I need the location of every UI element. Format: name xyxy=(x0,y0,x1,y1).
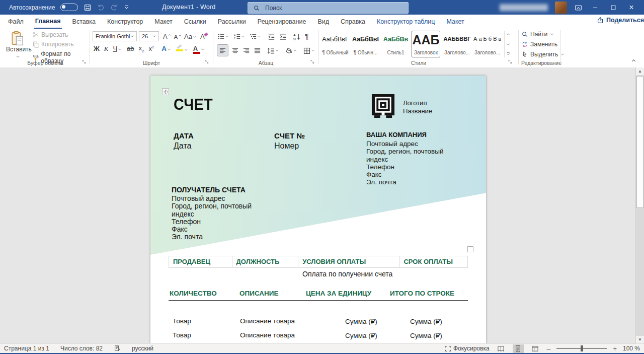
line-spacing-button[interactable] xyxy=(267,46,279,55)
search-box[interactable] xyxy=(248,2,409,14)
user-name-redacted xyxy=(500,4,548,11)
scrollbar-thumb[interactable] xyxy=(636,76,643,208)
change-case-button[interactable]: Аа xyxy=(184,33,197,40)
font-dialog-launcher[interactable] xyxy=(204,57,210,66)
shading-button[interactable] xyxy=(285,46,297,55)
tab-view[interactable]: Вид xyxy=(316,15,330,28)
style-card-style1[interactable]: АаБбВв Стиль1 xyxy=(381,31,410,57)
ribbon-tabs: Файл Главная Вставка Конструктор Макет С… xyxy=(0,15,644,29)
tab-help[interactable]: Справка xyxy=(340,15,366,28)
quick-access-chevron-icon[interactable] xyxy=(123,4,130,11)
styles-scroll-down-icon[interactable] xyxy=(506,42,511,47)
sort-button[interactable] xyxy=(293,32,301,41)
paste-button[interactable]: Вставить xyxy=(6,31,29,60)
underline-chevron-icon xyxy=(117,47,122,52)
numbering-button[interactable] xyxy=(233,32,246,41)
user-avatar[interactable] xyxy=(555,2,567,14)
close-button[interactable]: × xyxy=(626,0,637,15)
style-card-normal-2[interactable]: АаБбВвI ¶ Обычн... xyxy=(351,31,380,57)
scroll-down-arrow[interactable]: ▼ xyxy=(636,336,644,343)
bullets-button[interactable] xyxy=(217,32,229,41)
word-count[interactable]: Число слов: 82 xyxy=(60,345,103,352)
search-input[interactable] xyxy=(264,4,382,12)
tab-insert[interactable]: Вставка xyxy=(71,15,97,28)
language-indicator[interactable]: русский xyxy=(132,345,153,352)
styles-dialog-launcher[interactable] xyxy=(507,57,513,66)
maximize-button[interactable] xyxy=(608,0,619,15)
minimize-button[interactable]: – xyxy=(590,0,601,15)
style-card-heading-selected[interactable]: ААБ Заголовок xyxy=(412,31,440,57)
tab-review[interactable]: Рецензирование xyxy=(257,15,307,28)
find-button[interactable]: Найти xyxy=(521,31,565,38)
justify-button[interactable] xyxy=(254,46,261,55)
tab-design[interactable]: Конструктор xyxy=(106,15,144,28)
tab-table-design[interactable]: Конструктор таблиц xyxy=(376,15,436,28)
replace-button[interactable]: Заменить xyxy=(521,41,565,48)
read-mode-button[interactable] xyxy=(496,344,507,353)
collapse-ribbon-button[interactable] xyxy=(630,56,637,65)
highlight-button[interactable] xyxy=(176,44,189,53)
web-layout-button[interactable] xyxy=(530,344,541,353)
company-logo-icon[interactable] xyxy=(371,94,395,118)
align-center-button[interactable] xyxy=(231,46,239,55)
cut-button[interactable]: Вырезать xyxy=(32,31,89,38)
paragraph-dialog-launcher[interactable] xyxy=(309,57,315,66)
align-right-button[interactable] xyxy=(243,46,250,55)
tab-layout[interactable]: Макет xyxy=(153,15,173,28)
increase-indent-button[interactable] xyxy=(279,32,287,41)
font-name-combo[interactable]: Franklin Gothic I xyxy=(93,31,137,41)
ribbon-display-options-icon[interactable] xyxy=(574,3,583,12)
italic-button[interactable]: К xyxy=(104,45,109,53)
tab-file[interactable]: Файл xyxy=(7,15,25,28)
styles-scroll-up-icon[interactable] xyxy=(506,32,511,37)
focus-mode-button[interactable]: Фокусировка xyxy=(445,345,490,352)
vertical-scrollbar[interactable]: ▲ ▼ xyxy=(635,67,644,343)
select-button[interactable]: Выделить xyxy=(521,51,565,58)
decrease-indent-button[interactable] xyxy=(268,32,275,41)
grow-font-button[interactable]: А xyxy=(163,33,172,40)
zoom-level[interactable]: 100 % xyxy=(623,345,640,352)
tab-home[interactable]: Главная xyxy=(34,15,62,29)
multilevel-list-button[interactable] xyxy=(250,32,262,41)
copy-button[interactable]: Копировать xyxy=(32,41,89,48)
text-effects-button[interactable]: А xyxy=(162,45,171,52)
font-size-combo[interactable]: 26 xyxy=(139,31,159,41)
style-card-heading2[interactable]: ААББВВГ Заголово... xyxy=(443,31,471,57)
tab-references[interactable]: Ссылки xyxy=(183,15,207,28)
zoom-slider-thumb[interactable] xyxy=(581,345,583,351)
document-page[interactable]: СЧЕТ Логотип Название ДАТА Дата СЧЕТ № Н… xyxy=(150,76,486,343)
align-left-button[interactable] xyxy=(217,45,228,56)
tab-table-layout[interactable]: Макет xyxy=(445,15,465,28)
autosave-toggle[interactable] xyxy=(60,4,78,11)
styles-gallery-more-icon[interactable] xyxy=(506,51,511,56)
font-color-button[interactable]: А xyxy=(193,45,205,52)
share-button[interactable]: Поделиться xyxy=(597,17,644,24)
zoom-in-button[interactable]: + xyxy=(613,345,617,352)
shrink-font-button[interactable]: А xyxy=(174,33,182,40)
print-layout-button[interactable] xyxy=(513,344,524,353)
strikethrough-button[interactable]: ab xyxy=(127,45,134,52)
invoice-info-table[interactable]: ПРОДАВЕЦ ДОЛЖНОСТЬ УСЛОВИЯ ОПЛАТЫ СРОК О… xyxy=(169,256,468,268)
page-indicator[interactable]: Страница 1 из 1 xyxy=(4,345,49,352)
bold-button[interactable]: Ж xyxy=(94,45,100,52)
scroll-up-arrow[interactable]: ▲ xyxy=(636,67,644,75)
proofing-icon[interactable] xyxy=(114,345,121,352)
zoom-out-button[interactable]: – xyxy=(547,344,551,352)
subscript-button[interactable]: x2 xyxy=(139,44,144,53)
table-move-handle[interactable] xyxy=(162,88,169,95)
borders-button[interactable] xyxy=(303,46,315,55)
zoom-slider[interactable] xyxy=(556,348,607,349)
undo-button[interactable] xyxy=(97,4,105,11)
align-left-icon xyxy=(219,47,226,54)
clear-formatting-button[interactable]: А xyxy=(200,33,205,40)
style-card-heading3[interactable]: А а Б б В в Заголово... xyxy=(473,31,502,57)
show-paragraph-marks-button[interactable]: ¶ xyxy=(305,32,309,40)
superscript-button[interactable]: x2 xyxy=(148,45,154,52)
clipboard-dialog-launcher[interactable] xyxy=(81,57,87,66)
tab-mailings[interactable]: Рассылки xyxy=(217,15,247,28)
save-button[interactable] xyxy=(84,4,92,12)
style-card-normal[interactable]: АаБбВвГ ¶ Обычный xyxy=(321,31,350,57)
selection-handle[interactable] xyxy=(467,246,473,252)
redo-button[interactable] xyxy=(110,4,118,11)
underline-button[interactable]: Ч xyxy=(113,45,122,52)
